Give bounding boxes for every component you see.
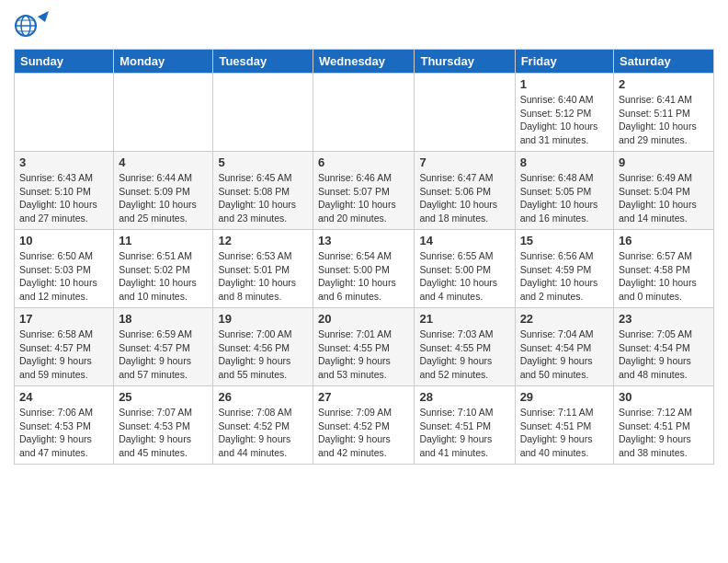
- day-info: Sunrise: 7:01 AM Sunset: 4:55 PM Dayligh…: [318, 327, 409, 382]
- calendar-cell: [415, 74, 515, 152]
- logo-icon: [14, 9, 51, 41]
- calendar-cell: 16Sunrise: 6:57 AM Sunset: 4:58 PM Dayli…: [614, 230, 714, 308]
- calendar-cell: 5Sunrise: 6:45 AM Sunset: 5:08 PM Daylig…: [213, 152, 313, 230]
- day-number: 11: [119, 234, 208, 247]
- day-info: Sunrise: 6:43 AM Sunset: 5:10 PM Dayligh…: [19, 171, 108, 225]
- day-info: Sunrise: 6:45 AM Sunset: 5:08 PM Dayligh…: [218, 171, 308, 225]
- calendar-cell: 1Sunrise: 6:40 AM Sunset: 5:12 PM Daylig…: [515, 74, 613, 152]
- weekday-thursday: Thursday: [415, 50, 515, 74]
- weekday-saturday: Saturday: [614, 50, 714, 74]
- day-info: Sunrise: 6:59 AM Sunset: 4:57 PM Dayligh…: [119, 327, 208, 382]
- day-number: 16: [619, 234, 709, 247]
- day-number: 1: [520, 77, 609, 91]
- calendar-cell: 30Sunrise: 7:12 AM Sunset: 4:51 PM Dayli…: [614, 386, 714, 465]
- day-number: 26: [218, 390, 308, 404]
- calendar-cell: 12Sunrise: 6:53 AM Sunset: 5:01 PM Dayli…: [213, 230, 313, 308]
- day-info: Sunrise: 6:55 AM Sunset: 5:00 PM Dayligh…: [419, 249, 509, 304]
- calendar-cell: 2Sunrise: 6:41 AM Sunset: 5:11 PM Daylig…: [614, 74, 714, 152]
- calendar-cell: 18Sunrise: 6:59 AM Sunset: 4:57 PM Dayli…: [114, 308, 213, 386]
- calendar-cell: 26Sunrise: 7:08 AM Sunset: 4:52 PM Dayli…: [213, 386, 313, 465]
- logo: [14, 9, 51, 41]
- day-info: Sunrise: 6:44 AM Sunset: 5:09 PM Dayligh…: [119, 171, 208, 225]
- calendar-cell: 15Sunrise: 6:56 AM Sunset: 4:59 PM Dayli…: [515, 230, 613, 308]
- day-info: Sunrise: 7:00 AM Sunset: 4:56 PM Dayligh…: [218, 327, 308, 382]
- day-number: 3: [19, 155, 108, 169]
- calendar-cell: 17Sunrise: 6:58 AM Sunset: 4:57 PM Dayli…: [15, 308, 114, 386]
- calendar-cell: 3Sunrise: 6:43 AM Sunset: 5:10 PM Daylig…: [15, 152, 114, 230]
- day-number: 22: [520, 312, 609, 326]
- day-number: 13: [318, 234, 409, 247]
- day-number: 7: [419, 155, 509, 169]
- day-number: 30: [619, 390, 709, 404]
- day-number: 10: [19, 234, 108, 247]
- day-info: Sunrise: 6:48 AM Sunset: 5:05 PM Dayligh…: [520, 171, 609, 225]
- weekday-sunday: Sunday: [15, 50, 114, 74]
- day-number: 18: [119, 312, 208, 326]
- day-number: 4: [119, 155, 208, 169]
- day-number: 28: [419, 390, 509, 404]
- day-info: Sunrise: 7:12 AM Sunset: 4:51 PM Dayligh…: [619, 406, 709, 460]
- day-info: Sunrise: 7:04 AM Sunset: 4:54 PM Dayligh…: [520, 327, 609, 382]
- day-number: 17: [19, 312, 108, 326]
- day-info: Sunrise: 6:41 AM Sunset: 5:11 PM Dayligh…: [619, 93, 709, 147]
- calendar-cell: 6Sunrise: 6:46 AM Sunset: 5:07 PM Daylig…: [313, 152, 415, 230]
- day-info: Sunrise: 7:08 AM Sunset: 4:52 PM Dayligh…: [218, 406, 308, 460]
- calendar-cell: 23Sunrise: 7:05 AM Sunset: 4:54 PM Dayli…: [614, 308, 714, 386]
- weekday-monday: Monday: [114, 50, 213, 74]
- day-info: Sunrise: 6:40 AM Sunset: 5:12 PM Dayligh…: [520, 93, 609, 147]
- calendar-cell: 27Sunrise: 7:09 AM Sunset: 4:52 PM Dayli…: [313, 386, 415, 465]
- calendar-cell: [114, 74, 213, 152]
- day-number: 8: [520, 155, 609, 169]
- header: [14, 9, 714, 41]
- day-number: 20: [318, 312, 409, 326]
- day-number: 6: [318, 155, 409, 169]
- calendar-cell: 10Sunrise: 6:50 AM Sunset: 5:03 PM Dayli…: [15, 230, 114, 308]
- day-number: 14: [419, 234, 509, 247]
- day-number: 24: [19, 390, 108, 404]
- day-info: Sunrise: 6:46 AM Sunset: 5:07 PM Dayligh…: [318, 171, 409, 225]
- week-row-2: 3Sunrise: 6:43 AM Sunset: 5:10 PM Daylig…: [15, 152, 714, 230]
- calendar-cell: 25Sunrise: 7:07 AM Sunset: 4:53 PM Dayli…: [114, 386, 213, 465]
- day-number: 23: [619, 312, 709, 326]
- day-number: 9: [619, 155, 709, 169]
- day-info: Sunrise: 7:07 AM Sunset: 4:53 PM Dayligh…: [119, 406, 208, 460]
- day-number: 29: [520, 390, 609, 404]
- calendar-cell: [15, 74, 114, 152]
- day-info: Sunrise: 6:54 AM Sunset: 5:00 PM Dayligh…: [318, 249, 409, 304]
- calendar-cell: 4Sunrise: 6:44 AM Sunset: 5:09 PM Daylig…: [114, 152, 213, 230]
- week-row-5: 24Sunrise: 7:06 AM Sunset: 4:53 PM Dayli…: [15, 386, 714, 465]
- day-info: Sunrise: 6:51 AM Sunset: 5:02 PM Dayligh…: [119, 249, 208, 304]
- calendar-cell: [313, 74, 415, 152]
- calendar-cell: 14Sunrise: 6:55 AM Sunset: 5:00 PM Dayli…: [415, 230, 515, 308]
- calendar-cell: 9Sunrise: 6:49 AM Sunset: 5:04 PM Daylig…: [614, 152, 714, 230]
- week-row-3: 10Sunrise: 6:50 AM Sunset: 5:03 PM Dayli…: [15, 230, 714, 308]
- weekday-friday: Friday: [515, 50, 613, 74]
- day-info: Sunrise: 7:03 AM Sunset: 4:55 PM Dayligh…: [419, 327, 509, 382]
- day-info: Sunrise: 6:56 AM Sunset: 4:59 PM Dayligh…: [520, 249, 609, 304]
- day-info: Sunrise: 6:57 AM Sunset: 4:58 PM Dayligh…: [619, 249, 709, 304]
- calendar-cell: 29Sunrise: 7:11 AM Sunset: 4:51 PM Dayli…: [515, 386, 613, 465]
- weekday-wednesday: Wednesday: [313, 50, 415, 74]
- calendar-cell: 7Sunrise: 6:47 AM Sunset: 5:06 PM Daylig…: [415, 152, 515, 230]
- calendar-cell: 11Sunrise: 6:51 AM Sunset: 5:02 PM Dayli…: [114, 230, 213, 308]
- weekday-tuesday: Tuesday: [213, 50, 313, 74]
- calendar-cell: 28Sunrise: 7:10 AM Sunset: 4:51 PM Dayli…: [415, 386, 515, 465]
- day-info: Sunrise: 6:49 AM Sunset: 5:04 PM Dayligh…: [619, 171, 709, 225]
- week-row-4: 17Sunrise: 6:58 AM Sunset: 4:57 PM Dayli…: [15, 308, 714, 386]
- calendar-cell: 20Sunrise: 7:01 AM Sunset: 4:55 PM Dayli…: [313, 308, 415, 386]
- day-number: 12: [218, 234, 308, 247]
- day-number: 19: [218, 312, 308, 326]
- day-info: Sunrise: 6:58 AM Sunset: 4:57 PM Dayligh…: [19, 327, 108, 382]
- calendar-cell: 8Sunrise: 6:48 AM Sunset: 5:05 PM Daylig…: [515, 152, 613, 230]
- day-number: 2: [619, 77, 709, 91]
- calendar-cell: 22Sunrise: 7:04 AM Sunset: 4:54 PM Dayli…: [515, 308, 613, 386]
- calendar-cell: 24Sunrise: 7:06 AM Sunset: 4:53 PM Dayli…: [15, 386, 114, 465]
- day-info: Sunrise: 7:05 AM Sunset: 4:54 PM Dayligh…: [619, 327, 709, 382]
- day-number: 5: [218, 155, 308, 169]
- day-info: Sunrise: 7:10 AM Sunset: 4:51 PM Dayligh…: [419, 406, 509, 460]
- calendar-cell: [213, 74, 313, 152]
- day-info: Sunrise: 7:06 AM Sunset: 4:53 PM Dayligh…: [19, 406, 108, 460]
- page: SundayMondayTuesdayWednesdayThursdayFrid…: [0, 0, 728, 474]
- calendar-cell: 21Sunrise: 7:03 AM Sunset: 4:55 PM Dayli…: [415, 308, 515, 386]
- calendar-cell: 19Sunrise: 7:00 AM Sunset: 4:56 PM Dayli…: [213, 308, 313, 386]
